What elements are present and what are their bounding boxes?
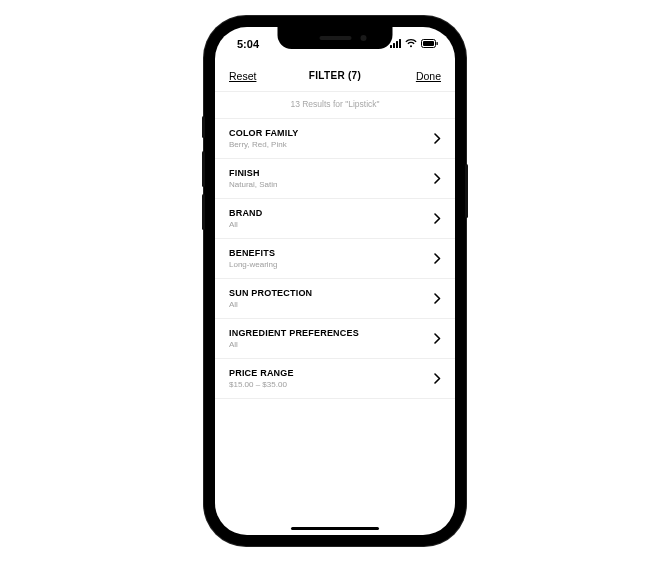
- filter-title: PRICE RANGE: [229, 368, 294, 378]
- filter-row[interactable]: INGREDIENT PREFERENCESAll: [215, 319, 455, 359]
- chevron-right-icon: [434, 213, 441, 224]
- chevron-right-icon: [434, 253, 441, 264]
- phone-frame: 5:04 Reset FILTER (7) Done 13 Results fo…: [204, 16, 466, 546]
- filter-subtitle: Long-wearing: [229, 260, 277, 269]
- side-button: [465, 164, 468, 218]
- filter-title: COLOR FAMILY: [229, 128, 299, 138]
- home-indicator[interactable]: [291, 527, 379, 531]
- filter-list: COLOR FAMILYBerry, Red, PinkFINISHNatura…: [215, 119, 455, 399]
- notch: [278, 27, 393, 49]
- filter-row[interactable]: SUN PROTECTIONAll: [215, 279, 455, 319]
- filter-row[interactable]: COLOR FAMILYBerry, Red, Pink: [215, 119, 455, 159]
- wifi-icon: [405, 39, 417, 48]
- speaker-grill: [319, 36, 351, 40]
- done-button[interactable]: Done: [401, 70, 441, 82]
- svg-rect-2: [437, 42, 438, 45]
- filter-row-text: BRANDAll: [229, 208, 263, 229]
- side-button: [202, 151, 205, 187]
- front-camera: [361, 35, 367, 41]
- filter-row[interactable]: FINISHNatural, Satin: [215, 159, 455, 199]
- filter-subtitle: $15.00 – $35.00: [229, 380, 294, 389]
- chevron-right-icon: [434, 293, 441, 304]
- filter-title: BENEFITS: [229, 248, 277, 258]
- battery-icon: [421, 39, 439, 48]
- filter-title: FINISH: [229, 168, 277, 178]
- filter-navbar: Reset FILTER (7) Done: [215, 60, 455, 92]
- filter-row[interactable]: BRANDAll: [215, 199, 455, 239]
- filter-row-text: FINISHNatural, Satin: [229, 168, 277, 189]
- filter-row-text: PRICE RANGE$15.00 – $35.00: [229, 368, 294, 389]
- chevron-right-icon: [434, 133, 441, 144]
- filter-subtitle: Berry, Red, Pink: [229, 140, 299, 149]
- status-time: 5:04: [237, 38, 259, 50]
- screen: 5:04 Reset FILTER (7) Done 13 Results fo…: [215, 27, 455, 535]
- filter-subtitle: All: [229, 300, 312, 309]
- filter-row-text: INGREDIENT PREFERENCESAll: [229, 328, 359, 349]
- cellular-signal-icon: [390, 39, 401, 48]
- filter-title: BRAND: [229, 208, 263, 218]
- chevron-right-icon: [434, 373, 441, 384]
- side-button: [202, 194, 205, 230]
- filter-subtitle: Natural, Satin: [229, 180, 277, 189]
- side-button: [202, 116, 205, 138]
- svg-rect-1: [423, 41, 434, 46]
- filter-row[interactable]: PRICE RANGE$15.00 – $35.00: [215, 359, 455, 399]
- filter-title: INGREDIENT PREFERENCES: [229, 328, 359, 338]
- chevron-right-icon: [434, 333, 441, 344]
- reset-button[interactable]: Reset: [229, 70, 269, 82]
- filter-subtitle: All: [229, 340, 359, 349]
- filter-subtitle: All: [229, 220, 263, 229]
- filter-row-text: COLOR FAMILYBerry, Red, Pink: [229, 128, 299, 149]
- filter-row-text: SUN PROTECTIONAll: [229, 288, 312, 309]
- chevron-right-icon: [434, 173, 441, 184]
- status-icons: [390, 39, 439, 48]
- page-title: FILTER (7): [309, 70, 361, 81]
- filter-row-text: BENEFITSLong-wearing: [229, 248, 277, 269]
- results-count: 13 Results for "Lipstick": [215, 92, 455, 119]
- filter-title: SUN PROTECTION: [229, 288, 312, 298]
- filter-row[interactable]: BENEFITSLong-wearing: [215, 239, 455, 279]
